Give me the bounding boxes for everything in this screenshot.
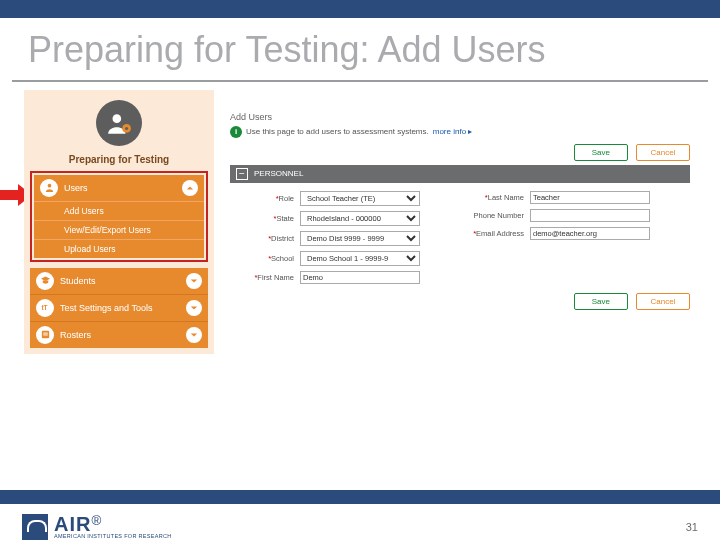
sidebar-highlight-panel: Users Add Users View/Edit/Export Users U… [30,171,208,262]
logo-text-big: AIR [54,513,91,535]
sidebar-heading: Preparing for Testing [30,154,208,165]
students-icon [36,272,54,290]
chevron-down-icon [186,327,202,343]
sidebar-avatar-wrap [30,96,208,152]
sidebar-subitem-upload-users[interactable]: Upload Users [34,239,204,258]
sidebar-item-label: Rosters [60,330,186,340]
title-divider [12,80,708,82]
info-icon: i [230,126,242,138]
sidebar-item-label: Users [64,183,182,193]
logo-text-small: AMERICAN INSTITUTES FOR RESEARCH [54,534,171,540]
svg-point-3 [47,184,51,188]
users-icon [40,179,58,197]
label-phone: Phone Number [460,211,530,220]
label-first: First Name [230,273,300,282]
sidebar-item-label: Test Settings and Tools [60,303,186,313]
chevron-down-icon [186,273,202,289]
chevron-down-icon [186,300,202,316]
breadcrumb: Add Users [230,112,690,122]
section-header-personnel[interactable]: − PERSONNEL [230,165,690,183]
svg-text:tT: tT [41,304,47,311]
info-text: Use this page to add users to assessment… [246,127,429,136]
footer-accent-bar [0,490,720,504]
label-school: School [230,254,300,263]
cancel-button[interactable]: Cancel [636,144,690,161]
cancel-button[interactable]: Cancel [636,293,690,310]
page-number: 31 [686,521,698,533]
info-tip: i Use this page to add users to assessme… [230,126,690,138]
last-name-input[interactable] [530,191,650,204]
button-row-top: Save Cancel [230,144,690,161]
school-select[interactable]: Demo School 1 - 9999-9 [300,251,420,266]
label-role: Role [230,194,300,203]
registered-icon: ® [91,513,101,528]
chevron-up-icon [182,180,198,196]
sidebar-item-tools[interactable]: tT Test Settings and Tools [30,294,208,321]
label-last: Last Name [460,193,530,202]
add-users-form: Add Users i Use this page to add users t… [230,112,690,314]
more-info-link[interactable]: more info ▸ [433,127,473,136]
phone-input[interactable] [530,209,650,222]
district-select[interactable]: Demo Dist 9999 - 9999 [300,231,420,246]
form-col-right: Last Name Phone Number Email Address [460,191,690,289]
label-email: Email Address [460,229,530,238]
sidebar: Preparing for Testing Users Add Users Vi… [24,90,214,354]
first-name-input[interactable] [300,271,420,284]
footer: AIR® AMERICAN INSTITUTES FOR RESEARCH 31 [0,490,720,540]
air-logo-mark-icon [22,514,48,540]
sidebar-item-users[interactable]: Users [34,175,204,201]
tools-icon: tT [36,299,54,317]
sidebar-item-label: Students [60,276,186,286]
collapse-icon[interactable]: − [236,168,248,180]
button-row-bottom: Save Cancel [230,293,690,310]
air-logo: AIR® AMERICAN INSTITUTES FOR RESEARCH [22,514,171,540]
user-gear-icon [96,100,142,146]
form-grid: RoleSchool Teacher (TE) StateRhodeIsland… [230,191,690,289]
sidebar-item-students[interactable]: Students [30,268,208,294]
save-button[interactable]: Save [574,293,628,310]
svg-rect-7 [43,335,48,336]
svg-rect-6 [43,333,48,334]
slide: Preparing for Testing: Add Users Prepari… [0,0,720,540]
svg-point-2 [125,126,128,129]
sidebar-item-rosters[interactable]: Rosters [30,321,208,348]
label-district: District [230,234,300,243]
rosters-icon [36,326,54,344]
save-button[interactable]: Save [574,144,628,161]
role-select[interactable]: School Teacher (TE) [300,191,420,206]
svg-point-0 [113,114,122,123]
form-col-left: RoleSchool Teacher (TE) StateRhodeIsland… [230,191,460,289]
top-accent-bar [0,0,720,18]
email-input[interactable] [530,227,650,240]
slide-title: Preparing for Testing: Add Users [0,18,720,80]
label-state: State [230,214,300,223]
content-area: Preparing for Testing Users Add Users Vi… [0,90,720,410]
state-select[interactable]: RhodeIsland - 000000 [300,211,420,226]
sidebar-subitem-view-users[interactable]: View/Edit/Export Users [34,220,204,239]
sidebar-subitem-add-users[interactable]: Add Users [34,201,204,220]
section-title: PERSONNEL [254,169,303,178]
